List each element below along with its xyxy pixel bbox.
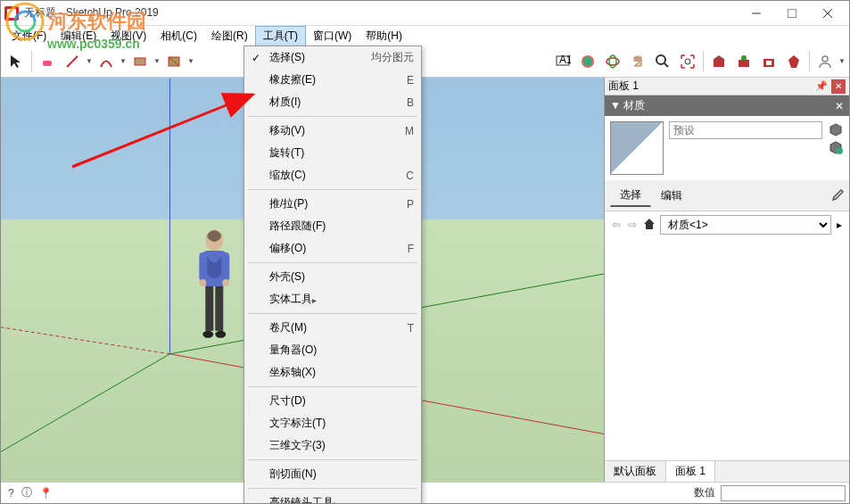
pin-icon[interactable]: 📌 (815, 80, 828, 92)
svg-point-40 (836, 147, 843, 154)
svg-line-16 (664, 63, 668, 67)
pan-tool[interactable] (626, 50, 649, 73)
line-tool[interactable] (61, 50, 84, 73)
svg-point-15 (656, 55, 665, 64)
bottom-tab-panel1[interactable]: 面板 1 (666, 461, 715, 482)
svg-point-17 (685, 59, 690, 64)
svg-rect-35 (205, 286, 213, 331)
svg-rect-7 (135, 58, 145, 65)
material-select[interactable]: 材质<1> (660, 215, 831, 235)
ruby-tool[interactable] (782, 50, 805, 73)
svg-point-14 (609, 55, 616, 68)
menu-window[interactable]: 窗口(W) (306, 27, 359, 45)
home-icon[interactable] (642, 217, 656, 234)
svg-point-33 (199, 279, 206, 286)
menu-item-文字标注t[interactable]: 文字标注(T) (244, 412, 421, 434)
paint-tool[interactable] (576, 50, 599, 73)
menu-item-旋转t[interactable]: 旋转(T) (244, 142, 421, 164)
svg-rect-22 (766, 61, 772, 65)
material-swatch[interactable] (610, 121, 664, 175)
rect-dropdown-icon[interactable]: ▼ (153, 57, 161, 65)
svg-rect-5 (43, 61, 52, 66)
menu-item-实体工具[interactable]: 实体工具 (244, 288, 421, 310)
menu-item-推拉p[interactable]: 推/拉(P)P (244, 193, 421, 215)
nav-back-icon[interactable]: ⇦ (610, 219, 623, 231)
eraser-tool[interactable] (36, 50, 59, 73)
arc-dropdown-icon[interactable]: ▼ (120, 57, 127, 65)
tab-edit[interactable]: 编辑 (651, 185, 692, 207)
menu-item-偏移o[interactable]: 偏移(O)F (244, 237, 421, 260)
svg-point-34 (222, 279, 229, 286)
panel-close-button[interactable]: ✕ (831, 79, 846, 94)
svg-point-20 (741, 55, 747, 61)
menu-item-三维文字3[interactable]: 三维文字(3) (244, 434, 421, 457)
menu-tools[interactable]: 工具(T) (255, 26, 306, 46)
svg-point-37 (202, 331, 213, 338)
tab-select[interactable]: 选择 (610, 184, 651, 207)
menu-edit[interactable]: 编辑(E) (54, 27, 103, 45)
menu-view[interactable]: 视图(V) (103, 27, 153, 45)
orbit-tool[interactable] (601, 50, 624, 73)
titlebar: 无标题 - SketchUp Pro 2019 (1, 1, 849, 26)
menu-item-橡皮擦e[interactable]: 橡皮擦(E)E (244, 69, 421, 91)
section-close-icon[interactable]: ✕ (835, 100, 844, 112)
zoom-extents-tool[interactable] (676, 50, 699, 73)
rectangle-tool[interactable] (128, 50, 152, 73)
geo-icon[interactable]: 📍 (39, 487, 53, 500)
svg-text:A1: A1 (559, 54, 571, 66)
line-dropdown-icon[interactable]: ▼ (86, 57, 93, 65)
menu-help[interactable]: 帮助(H) (359, 27, 409, 45)
menu-item-路径跟随f[interactable]: 路径跟随(F) (244, 215, 421, 237)
minimize-button[interactable] (739, 2, 774, 25)
menu-file[interactable]: 文件(F) (4, 27, 54, 45)
eyedropper-icon[interactable] (829, 187, 844, 204)
help-icon[interactable]: ? (8, 487, 14, 500)
preset-input[interactable] (669, 121, 822, 139)
bottom-tab-default[interactable]: 默认面板 (605, 461, 666, 482)
menu-draw[interactable]: 绘图(R) (204, 27, 255, 45)
circle-dropdown-icon[interactable]: ▼ (187, 57, 194, 65)
side-panel: 面板 1 📌 ✕ ▼ 材质 ✕ 选择 编辑 ⇦ (604, 78, 849, 482)
zoom-tool[interactable] (651, 50, 674, 73)
menu-item-材质i[interactable]: 材质(I)B (244, 91, 421, 113)
menu-item-卷尺m[interactable]: 卷尺(M)T (244, 317, 421, 339)
value-input[interactable] (721, 485, 846, 501)
svg-rect-32 (222, 252, 229, 281)
detail-icon[interactable]: ▸ (835, 219, 844, 231)
window-title: 无标题 - SketchUp Pro 2019 (24, 5, 739, 21)
user-icon[interactable] (813, 50, 837, 73)
material-list (605, 238, 849, 460)
menu-item-选择s[interactable]: 选择(S)均分图元 (244, 46, 421, 69)
extension-manager-tool[interactable] (757, 50, 780, 73)
extension-tool[interactable] (732, 50, 755, 73)
menu-item-坐标轴x[interactable]: 坐标轴(X) (244, 361, 421, 384)
menu-camera[interactable]: 相机(C) (153, 27, 204, 45)
toolbar: ▼ ▼ ▼ ▼ A1 ▼ (1, 45, 849, 78)
menubar: 文件(F) 编辑(E) 视图(V) 相机(C) 绘图(R) 工具(T) 窗口(W… (1, 26, 849, 45)
add-material-icon[interactable] (828, 139, 844, 155)
user-dropdown-icon[interactable]: ▼ (838, 57, 846, 65)
close-button[interactable] (810, 2, 846, 25)
info-icon[interactable]: ⓘ (21, 485, 32, 500)
create-material-icon[interactable] (828, 121, 844, 137)
menu-item-高级镜头工具[interactable]: 高级镜头工具 (244, 492, 421, 504)
menu-item-剖切面n[interactable]: 剖切面(N) (244, 463, 421, 485)
nav-forward-icon[interactable]: ⇨ (626, 219, 639, 231)
svg-rect-19 (739, 60, 749, 67)
text-tool[interactable]: A1 (551, 50, 574, 73)
svg-line-6 (67, 56, 78, 67)
statusbar: ? ⓘ 📍 数值 (1, 482, 849, 503)
warehouse-tool[interactable] (707, 50, 730, 73)
svg-line-25 (1, 354, 169, 452)
menu-item-尺寸d[interactable]: 尺寸(D) (244, 390, 421, 412)
menu-item-移动v[interactable]: 移动(V)M (244, 120, 421, 142)
menu-item-缩放c[interactable]: 缩放(C)C (244, 164, 421, 186)
circle-tool[interactable] (162, 50, 186, 73)
svg-rect-31 (199, 252, 206, 281)
maximize-button[interactable] (774, 2, 810, 25)
select-tool[interactable] (4, 50, 28, 73)
tools-dropdown-menu: 选择(S)均分图元橡皮擦(E)E材质(I)B移动(V)M旋转(T)缩放(C)C推… (243, 45, 422, 504)
arc-tool[interactable] (95, 50, 118, 73)
menu-item-量角器o[interactable]: 量角器(O) (244, 339, 421, 361)
menu-item-外壳s[interactable]: 外壳(S) (244, 266, 421, 288)
